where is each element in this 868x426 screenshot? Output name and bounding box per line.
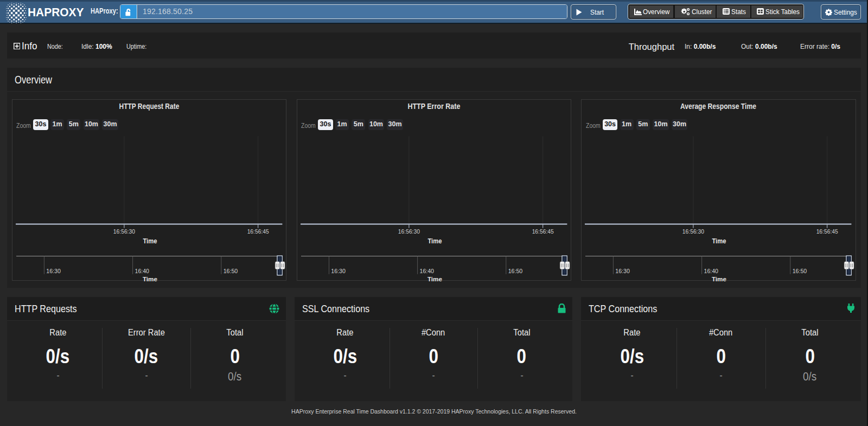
svg-text:16:56:45: 16:56:45 bbox=[247, 228, 269, 234]
svg-text:16:56:30: 16:56:30 bbox=[682, 228, 704, 234]
svg-text:HTTP Error Rate: HTTP Error Rate bbox=[407, 102, 460, 111]
svg-text:Time: Time bbox=[712, 276, 726, 282]
svg-text:16:56:30: 16:56:30 bbox=[398, 228, 419, 234]
svg-text:Time: Time bbox=[427, 276, 442, 282]
svg-text:16:50: 16:50 bbox=[508, 267, 522, 274]
svg-text:Time: Time bbox=[142, 276, 157, 282]
svg-text:HTTP Request Rate: HTTP Request Rate bbox=[119, 102, 179, 111]
svg-text:16:50: 16:50 bbox=[793, 267, 807, 274]
svg-text:16:30: 16:30 bbox=[615, 267, 629, 274]
svg-text:16:50: 16:50 bbox=[223, 267, 237, 274]
svg-text:16:40: 16:40 bbox=[704, 267, 718, 274]
svg-text:Time: Time bbox=[143, 237, 157, 244]
svg-text:Time: Time bbox=[712, 237, 726, 244]
svg-text:16:30: 16:30 bbox=[46, 267, 60, 274]
svg-text:16:56:45: 16:56:45 bbox=[816, 228, 838, 234]
svg-text:16:56:30: 16:56:30 bbox=[113, 228, 135, 234]
svg-text:16:56:45: 16:56:45 bbox=[532, 228, 553, 234]
svg-text:16:40: 16:40 bbox=[419, 267, 433, 274]
svg-text:16:30: 16:30 bbox=[331, 267, 345, 274]
svg-text:Average Response Time: Average Response Time bbox=[680, 102, 756, 111]
svg-text:16:40: 16:40 bbox=[135, 267, 149, 274]
svg-text:Time: Time bbox=[427, 237, 442, 244]
